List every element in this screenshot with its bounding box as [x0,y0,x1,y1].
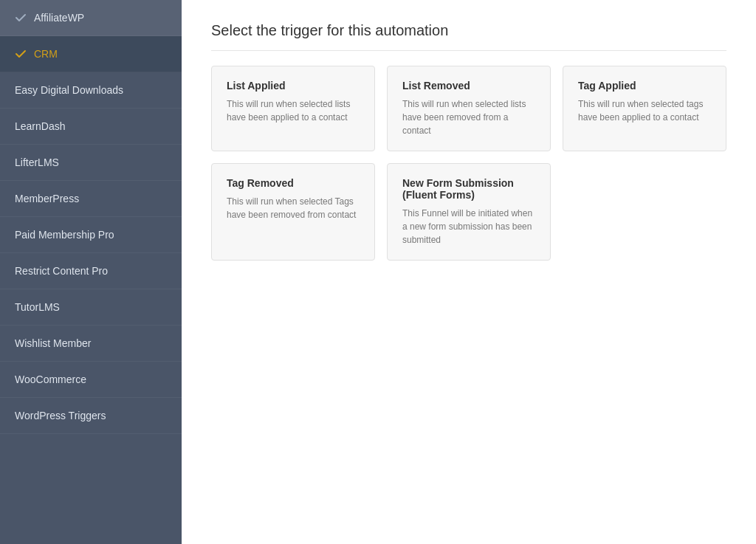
trigger-card-description: This will run when selected Tags have be… [227,195,360,221]
sidebar-item-tutorlms[interactable]: TutorLMS [0,289,182,326]
sidebar-item-label: WordPress Triggers [15,410,106,421]
sidebar-item-label: TutorLMS [15,301,60,313]
sidebar-item-memberpress[interactable]: MemberPress [0,181,182,217]
sidebar-item-label: CRM [34,48,58,60]
check-icon [15,48,27,60]
sidebar-item-label: Wishlist Member [15,337,91,349]
trigger-grid: List AppliedThis will run when selected … [211,66,726,261]
trigger-card-title: Tag Removed [227,177,360,189]
trigger-card-description: This will run when selected lists have b… [402,97,535,137]
sidebar-item-label: LifterLMS [15,156,59,168]
sidebar-item-crm[interactable]: CRM [0,36,182,72]
sidebar-item-paid-membership-pro[interactable]: Paid Membership Pro [0,217,182,253]
trigger-card-description: This Funnel will be initiated when a new… [402,207,535,247]
sidebar-item-restrict-content-pro[interactable]: Restrict Content Pro [0,253,182,289]
trigger-card-title: List Applied [227,80,360,92]
sidebar-item-label: LearnDash [15,120,66,132]
check-icon [15,12,27,24]
page-title: Select the trigger for this automation [211,22,726,51]
sidebar-item-label: Paid Membership Pro [15,229,114,241]
trigger-card-new-form-submission[interactable]: New Form Submission (Fluent Forms)This F… [387,163,551,261]
sidebar: AffiliateWP CRMEasy Digital DownloadsLea… [0,0,182,544]
trigger-card-list-removed[interactable]: List RemovedThis will run when selected … [387,66,551,151]
sidebar-item-label: Restrict Content Pro [15,265,108,277]
sidebar-item-label: Easy Digital Downloads [15,84,123,96]
sidebar-item-woocommerce[interactable]: WooCommerce [0,362,182,398]
trigger-card-description: This will run when selected tags have be… [578,97,711,124]
trigger-card-list-applied[interactable]: List AppliedThis will run when selected … [211,66,375,151]
sidebar-item-label: WooCommerce [15,373,86,385]
trigger-card-title: List Removed [402,80,535,92]
sidebar-item-label: MemberPress [15,193,79,204]
trigger-card-description: This will run when selected lists have b… [227,97,360,124]
sidebar-item-wordpress-triggers[interactable]: WordPress Triggers [0,398,182,434]
sidebar-item-wishlist-member[interactable]: Wishlist Member [0,326,182,362]
trigger-card-tag-removed[interactable]: Tag RemovedThis will run when selected T… [211,163,375,261]
trigger-card-title: New Form Submission (Fluent Forms) [402,177,535,201]
sidebar-item-learndash[interactable]: LearnDash [0,109,182,145]
trigger-card-title: Tag Applied [578,80,711,92]
sidebar-item-easy-digital-downloads[interactable]: Easy Digital Downloads [0,72,182,109]
sidebar-item-label: AffiliateWP [34,12,84,24]
sidebar-item-lifterlms[interactable]: LifterLMS [0,145,182,181]
trigger-card-tag-applied[interactable]: Tag AppliedThis will run when selected t… [563,66,726,151]
sidebar-item-affiliatewp[interactable]: AffiliateWP [0,0,182,36]
main-content: Select the trigger for this automation L… [182,0,756,544]
